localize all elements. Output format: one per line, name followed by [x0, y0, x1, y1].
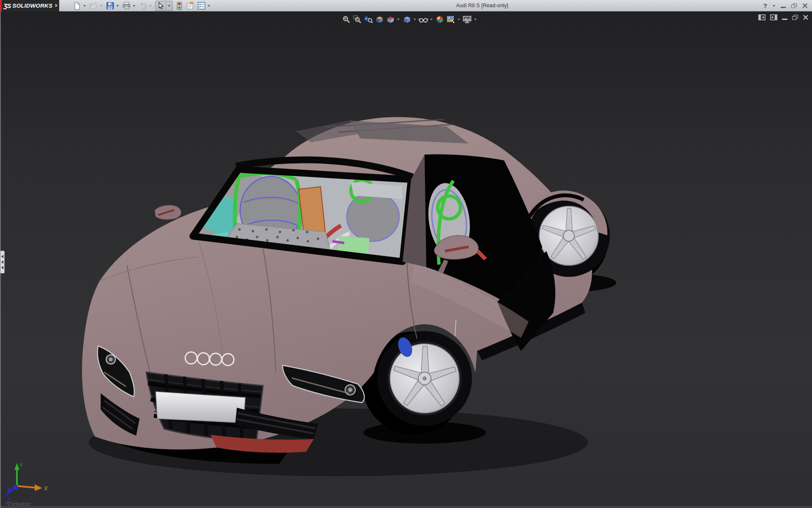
restore-icon[interactable] [791, 3, 797, 8]
window-title: Audi R8 S [Read-only] [456, 3, 508, 8]
undo-icon [139, 2, 147, 10]
display-style-dropdown[interactable] [414, 19, 416, 20]
select-cursor-icon [157, 2, 164, 10]
left-mirror [155, 205, 181, 220]
display-style-button[interactable] [401, 14, 412, 25]
graphics-viewport[interactable]: Y X Z [0, 11, 812, 508]
document-restore-icon[interactable] [792, 15, 798, 20]
view-settings-dropdown[interactable] [474, 19, 477, 20]
traffic-light-icon [177, 2, 182, 10]
help-icon[interactable]: ? [763, 2, 767, 9]
hide-show-items-button[interactable] [418, 14, 428, 25]
ds-logo-mark: ƷS [3, 2, 11, 9]
zoom-to-area-button[interactable] [352, 14, 362, 25]
car-model-audi-r8[interactable]: Y X Z [0, 11, 812, 508]
print-icon [122, 2, 131, 10]
document-minimize-icon[interactable] [782, 19, 787, 20]
section-view-button[interactable] [374, 14, 384, 25]
save-button[interactable] [105, 1, 115, 11]
front-wheel[interactable] [377, 331, 472, 426]
status-strip [0, 506, 812, 508]
display-style-icon [402, 15, 411, 24]
zoom-to-area-icon [353, 15, 362, 24]
section-view-icon [375, 15, 384, 24]
comment-note-button[interactable] [185, 1, 195, 11]
traffic-light-button[interactable] [174, 1, 184, 11]
select-dropdown[interactable] [168, 5, 170, 7]
main-toolbar [72, 0, 212, 11]
open-document-icon [89, 2, 98, 10]
previous-view-icon [364, 15, 373, 24]
comment-note-icon [186, 2, 195, 10]
new-document-dropdown[interactable] [83, 5, 86, 7]
document-window-controls [758, 14, 809, 20]
collapse-arrow-icon [1, 266, 3, 269]
open-document-button[interactable] [88, 1, 99, 11]
hide-show-items-icon [418, 15, 428, 24]
options-dropdown[interactable] [208, 5, 210, 7]
document-close-icon[interactable] [803, 14, 809, 20]
new-document-icon [73, 2, 81, 10]
view-settings-icon [462, 15, 472, 24]
previous-view-button[interactable] [363, 14, 373, 25]
save-dropdown[interactable] [116, 5, 119, 7]
window-controls: ? [763, 0, 808, 11]
close-icon[interactable] [802, 3, 808, 8]
options-list-icon [198, 2, 206, 10]
print-button[interactable] [121, 1, 132, 11]
feature-tree-collapsed-tab[interactable] [0, 251, 5, 273]
solidworks-logo[interactable]: ƷS SOLIDWORKS [0, 0, 59, 11]
logo-red-accent [0, 0, 2, 11]
zoom-to-fit-button[interactable] [341, 14, 351, 25]
solidworks-wordmark: SOLIDWORKS [12, 3, 52, 9]
hide-show-items-dropdown[interactable] [430, 19, 433, 20]
apply-scene-icon [446, 15, 455, 24]
minimize-icon[interactable] [781, 7, 786, 8]
open-document-dropdown[interactable] [100, 5, 102, 7]
options-list-button[interactable] [196, 1, 206, 11]
view-orientation-icon [386, 15, 395, 24]
undo-button[interactable] [138, 1, 148, 11]
apply-scene-button[interactable] [445, 14, 456, 25]
view-orientation-button[interactable] [385, 14, 395, 25]
save-icon [106, 2, 114, 10]
orientation-triad: Y X Z [6, 462, 48, 503]
triad-x-label: X [44, 485, 48, 491]
print-dropdown[interactable] [133, 5, 135, 7]
collapse-arrow-icon [1, 260, 3, 264]
help-dropdown[interactable] [773, 5, 775, 7]
view-settings-button[interactable] [462, 14, 472, 25]
expand-right-pane-icon[interactable] [770, 14, 777, 20]
undo-dropdown[interactable] [149, 5, 152, 7]
select-tool-button[interactable] [156, 1, 166, 11]
new-document-button[interactable] [72, 1, 82, 11]
zoom-to-fit-icon [342, 15, 351, 24]
select-tool-group [155, 1, 173, 11]
titlebar: ƷS SOLIDWORKS [0, 0, 812, 11]
edit-appearance-icon [435, 15, 444, 24]
collapse-arrow-icon [1, 255, 3, 258]
triad-y-label: Y [19, 462, 23, 467]
edit-appearance-button[interactable] [434, 14, 445, 25]
view-orientation-dropdown[interactable] [397, 19, 400, 20]
headsup-view-toolbar [341, 14, 478, 25]
menu-flyout-arrow-icon[interactable] [55, 4, 58, 7]
expand-left-pane-icon[interactable] [758, 14, 765, 20]
apply-scene-dropdown[interactable] [458, 19, 460, 20]
select-separator [166, 2, 166, 10]
